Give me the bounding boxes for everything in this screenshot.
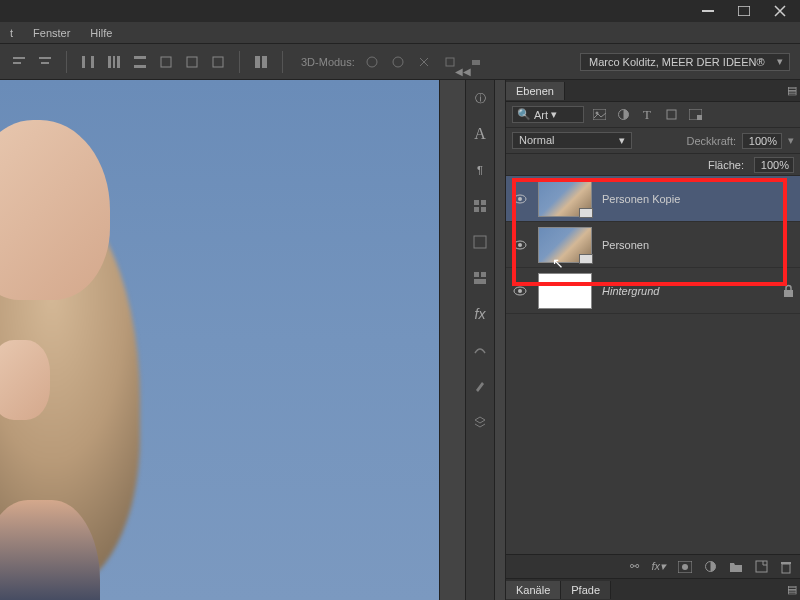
styles-icon[interactable]: fx	[470, 304, 490, 324]
layer-name[interactable]: Hintergrund	[602, 285, 659, 297]
svg-point-41	[518, 289, 522, 293]
canvas[interactable]	[0, 80, 440, 600]
svg-rect-48	[781, 562, 791, 564]
distribute-icon[interactable]	[105, 53, 123, 71]
lock-icon[interactable]	[783, 284, 794, 297]
layer-name[interactable]: Personen	[602, 239, 649, 251]
blend-mode-select[interactable]: Normal▾	[512, 132, 632, 149]
panel-menu-icon[interactable]: ▤	[784, 583, 800, 596]
visibility-icon[interactable]	[512, 237, 528, 253]
panel-menu-icon[interactable]: ▤	[784, 84, 800, 97]
window-icon[interactable]	[470, 268, 490, 288]
svg-rect-23	[481, 200, 486, 205]
close-button[interactable]	[768, 4, 792, 18]
svg-rect-4	[39, 57, 51, 59]
maximize-button[interactable]	[732, 4, 756, 18]
visibility-icon[interactable]	[512, 191, 528, 207]
paragraph-icon[interactable]: ¶	[470, 160, 490, 180]
group-icon[interactable]	[729, 561, 743, 572]
3d-icon[interactable]	[363, 53, 381, 71]
svg-rect-35	[697, 115, 702, 120]
svg-rect-8	[108, 56, 111, 68]
svg-point-18	[367, 57, 377, 67]
svg-rect-3	[13, 62, 21, 64]
fill-label: Fläche:	[708, 159, 744, 171]
svg-rect-29	[474, 279, 486, 284]
filter-shape-icon[interactable]	[662, 106, 680, 124]
svg-rect-17	[262, 56, 267, 68]
type-icon[interactable]: A	[470, 124, 490, 144]
svg-rect-20	[446, 58, 454, 66]
menu-bar: t Fenster Hilfe	[0, 22, 800, 44]
3d-icon[interactable]	[415, 53, 433, 71]
adjustment-icon[interactable]	[704, 560, 717, 573]
new-layer-icon[interactable]	[755, 560, 768, 573]
svg-rect-22	[474, 200, 479, 205]
menu-item-hilfe[interactable]: Hilfe	[90, 27, 112, 39]
swatches-icon[interactable]	[470, 196, 490, 216]
layer-thumbnail[interactable]	[538, 227, 592, 263]
svg-rect-14	[187, 57, 197, 67]
distribute-icon[interactable]	[209, 53, 227, 71]
svg-point-44	[682, 564, 688, 570]
layer-thumbnail[interactable]	[538, 181, 592, 217]
layers-tab[interactable]: Ebenen	[506, 82, 565, 100]
paths-tab[interactable]: Pfade	[561, 581, 611, 599]
layer-filter-search[interactable]: 🔍 Art ▾	[512, 106, 584, 123]
adjust-icon[interactable]	[470, 340, 490, 360]
distribute-icon[interactable]	[79, 53, 97, 71]
visibility-icon[interactable]	[512, 283, 528, 299]
info-icon[interactable]: ⓘ	[470, 88, 490, 108]
filter-image-icon[interactable]	[590, 106, 608, 124]
options-bar: 3D-Modus: Marco Kolditz, MEER DER IDEEN®	[0, 44, 800, 80]
svg-rect-12	[134, 65, 146, 68]
collapse-icon[interactable]: ◀◀	[455, 66, 471, 77]
layer-row[interactable]: Hintergrund	[506, 268, 800, 314]
align-icon[interactable]	[36, 53, 54, 71]
layer-name[interactable]: Personen Kopie	[602, 193, 680, 205]
svg-rect-25	[481, 207, 486, 212]
svg-rect-46	[756, 561, 767, 572]
brush-icon[interactable]	[470, 376, 490, 396]
properties-icon[interactable]	[470, 232, 490, 252]
fill-input[interactable]: 100%	[754, 157, 794, 173]
3d-icon[interactable]	[389, 53, 407, 71]
svg-point-19	[393, 57, 403, 67]
layer-row[interactable]: Personen Kopie	[506, 176, 800, 222]
filter-type-icon[interactable]: T	[638, 106, 656, 124]
filter-smart-icon[interactable]	[686, 106, 704, 124]
collapsed-panels: ⓘ A ¶ fx	[465, 80, 495, 600]
layers-footer: ⚯ fx▾	[506, 554, 800, 578]
user-dropdown[interactable]: Marco Kolditz, MEER DER IDEEN®	[580, 53, 790, 71]
filter-adjust-icon[interactable]	[614, 106, 632, 124]
minimize-button[interactable]	[696, 4, 720, 18]
layers-icon[interactable]	[470, 412, 490, 432]
opacity-input[interactable]: 100%	[742, 133, 782, 149]
menu-item-fenster[interactable]: Fenster	[33, 27, 70, 39]
distribute-icon[interactable]	[183, 53, 201, 71]
align-icon[interactable]	[10, 53, 28, 71]
svg-rect-27	[474, 272, 479, 277]
channels-tab[interactable]: Kanäle	[506, 581, 561, 599]
svg-rect-15	[213, 57, 223, 67]
menu-item[interactable]: t	[10, 27, 13, 39]
link-icon[interactable]: ⚯	[630, 560, 639, 573]
svg-rect-28	[481, 272, 486, 277]
svg-point-39	[518, 243, 522, 247]
opacity-label: Deckkraft:	[686, 135, 736, 147]
layer-row[interactable]: Personen	[506, 222, 800, 268]
svg-rect-13	[161, 57, 171, 67]
svg-rect-2	[13, 57, 25, 59]
trash-icon[interactable]	[780, 560, 792, 574]
svg-rect-1	[738, 6, 750, 16]
mask-icon[interactable]	[678, 561, 692, 573]
fx-icon[interactable]: fx▾	[651, 560, 666, 573]
svg-point-37	[518, 197, 522, 201]
layer-thumbnail[interactable]	[538, 273, 592, 309]
svg-rect-26	[474, 236, 486, 248]
distribute-icon[interactable]	[157, 53, 175, 71]
auto-align-icon[interactable]	[252, 53, 270, 71]
mode-label: 3D-Modus:	[301, 56, 355, 68]
distribute-icon[interactable]	[131, 53, 149, 71]
svg-rect-33	[667, 110, 676, 119]
